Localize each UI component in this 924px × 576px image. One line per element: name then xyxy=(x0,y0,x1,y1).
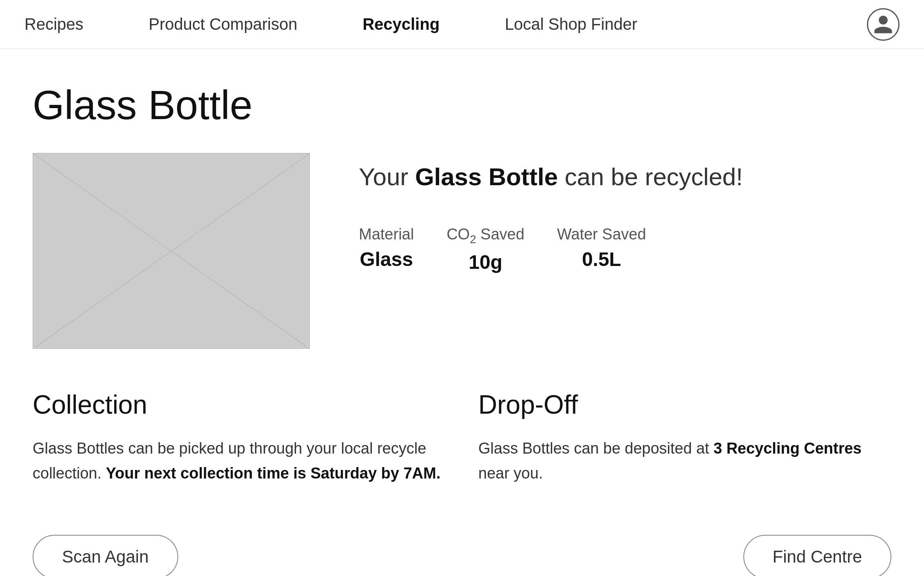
dropoff-title: Drop-Off xyxy=(478,390,891,420)
page-title: Glass Bottle xyxy=(33,82,891,128)
user-avatar[interactable] xyxy=(867,8,900,41)
stat-water: Water Saved 0.5L xyxy=(557,226,646,270)
nav-item-recipes[interactable]: Recipes xyxy=(24,15,84,33)
water-value: 0.5L xyxy=(582,248,621,270)
stats-row: Material Glass CO2 Saved 10g Water Saved… xyxy=(359,226,891,273)
nav-item-product-comparison[interactable]: Product Comparison xyxy=(149,15,298,33)
material-label: Material xyxy=(359,226,414,243)
recycle-headline: Your Glass Bottle can be recycled! xyxy=(359,161,891,193)
nav-items: Recipes Product Comparison Recycling Loc… xyxy=(24,15,867,33)
find-centre-button[interactable]: Find Centre xyxy=(743,535,891,576)
navigation: Recipes Product Comparison Recycling Loc… xyxy=(0,0,924,49)
stat-material: Material Glass xyxy=(359,226,414,270)
stat-co2: CO2 Saved 10g xyxy=(447,226,524,273)
collection-title: Collection xyxy=(33,390,446,420)
product-section: Your Glass Bottle can be recycled! Mater… xyxy=(33,153,891,349)
co2-label: CO2 Saved xyxy=(447,226,524,246)
dropoff-block: Drop-Off Glass Bottles can be deposited … xyxy=(478,390,891,486)
collection-text-bold: Your next collection time is Saturday by… xyxy=(106,465,441,482)
main-content: Glass Bottle Your Glass Bottle can be re… xyxy=(0,49,924,576)
buttons-bar: Scan Again Find Centre xyxy=(33,535,891,576)
dropoff-text: Glass Bottles can be deposited at 3 Recy… xyxy=(478,436,891,486)
product-info: Your Glass Bottle can be recycled! Mater… xyxy=(359,153,891,273)
product-image xyxy=(33,153,310,349)
dropoff-text-bold: 3 Recycling Centres xyxy=(714,440,862,457)
collection-block: Collection Glass Bottles can be picked u… xyxy=(33,390,446,486)
nav-item-local-shop-finder[interactable]: Local Shop Finder xyxy=(505,15,637,33)
info-section: Collection Glass Bottles can be picked u… xyxy=(33,390,891,486)
co2-value: 10g xyxy=(469,251,502,273)
material-value: Glass xyxy=(360,248,413,270)
recycle-headline-product: Glass Bottle xyxy=(415,163,558,191)
nav-item-recycling[interactable]: Recycling xyxy=(363,15,440,33)
collection-text: Glass Bottles can be picked up through y… xyxy=(33,436,446,486)
scan-again-button[interactable]: Scan Again xyxy=(33,535,178,576)
water-label: Water Saved xyxy=(557,226,646,243)
